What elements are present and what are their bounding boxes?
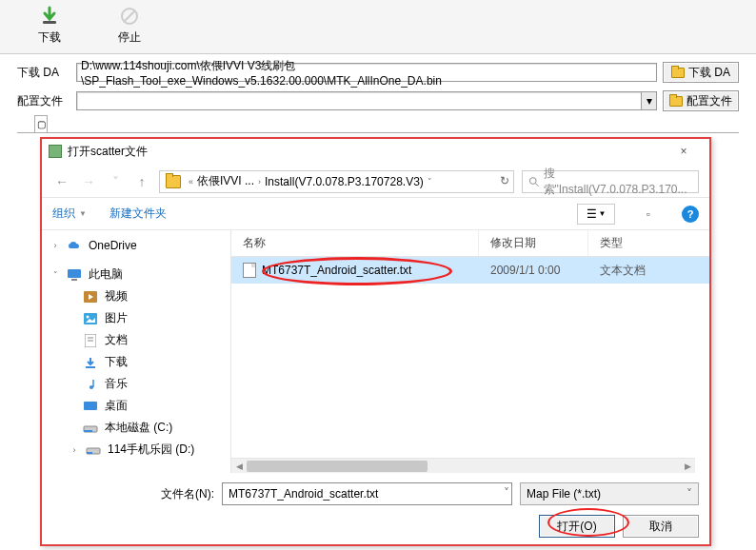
sidebar-label: 114手机乐园 (D:): [108, 442, 194, 458]
sidebar-item-documents[interactable]: 文档: [41, 329, 230, 351]
sidebar-label: OneDrive: [89, 239, 137, 252]
recent-button[interactable]: ˅: [106, 174, 125, 189]
collapse-icon[interactable]: ˅: [50, 270, 60, 280]
scroll-thumb[interactable]: [247, 461, 428, 472]
chevron-down-icon[interactable]: ˅: [424, 177, 436, 187]
scroll-left-icon[interactable]: ◀: [231, 459, 247, 473]
folder-icon: [669, 96, 683, 107]
desktop-icon: [83, 400, 98, 413]
sidebar-item-music[interactable]: 音乐: [41, 373, 230, 395]
tab-item[interactable]: ▢: [34, 115, 48, 132]
cancel-button[interactable]: 取消: [623, 515, 699, 538]
col-type[interactable]: 类型: [588, 230, 710, 256]
cfg-label: 配置文件: [17, 93, 70, 109]
cloud-icon: [67, 239, 82, 252]
sidebar-label: 下载: [105, 354, 128, 370]
svg-point-3: [529, 177, 536, 184]
file-list-header: 名称 修改日期 类型: [231, 230, 710, 257]
dialog-nav: ← → ˅ ↑ « 依偎IVVI ... › Install(V7.0.078.…: [41, 166, 710, 198]
disk-icon: [83, 422, 98, 435]
close-button[interactable]: ×: [665, 139, 703, 164]
scroll-right-icon[interactable]: ▶: [680, 459, 695, 473]
cfg-btn-label: 配置文件: [686, 93, 732, 109]
breadcrumb-prefix: «: [185, 177, 197, 187]
up-button[interactable]: ↑: [132, 174, 151, 189]
open-button[interactable]: 打开(O): [539, 515, 615, 538]
sidebar-item-videos[interactable]: 视频: [41, 285, 230, 307]
download-button[interactable]: 下载: [38, 5, 61, 46]
list-icon: ☰: [587, 207, 597, 221]
breadcrumb-seg-1[interactable]: Install(V7.0.078.P3.170728.V3): [265, 175, 424, 188]
picture-icon: [83, 312, 98, 325]
file-type-cell: 文本文档: [588, 263, 710, 279]
organize-menu[interactable]: 组织▼: [52, 206, 87, 222]
dropdown-icon[interactable]: ▾: [641, 92, 656, 109]
svg-rect-6: [71, 279, 77, 281]
dialog-footer: 文件名(N): MT6737T_Android_scatter.txt ˅ Ma…: [41, 473, 710, 547]
scroll-track[interactable]: [247, 459, 680, 473]
folder-icon: [166, 175, 181, 188]
da-label: 下载 DA: [17, 65, 70, 81]
sidebar-label: 图片: [105, 310, 128, 326]
da-row: 下载 DA D:\www.114shouji.com\依偎IVVI V3线刷包\…: [17, 62, 739, 83]
filter-value: Map File (*.txt): [527, 487, 601, 501]
dialog-icon: [49, 145, 62, 158]
chevron-down-icon[interactable]: ˅: [504, 486, 509, 500]
folder-icon: [671, 68, 685, 78]
music-icon: [83, 378, 98, 391]
da-browse-button[interactable]: 下载 DA: [663, 62, 739, 83]
svg-point-15: [90, 385, 93, 389]
new-folder-button[interactable]: 新建文件夹: [109, 206, 167, 222]
stop-icon: [118, 5, 141, 28]
col-date[interactable]: 修改日期: [479, 230, 588, 256]
da-path-input[interactable]: D:\www.114shouji.com\依偎IVVI V3线刷包\SP_Fla…: [76, 63, 657, 82]
close-icon: ×: [680, 145, 686, 158]
da-btn-label: 下载 DA: [688, 65, 730, 81]
file-name-cell: MT6737T_Android_scatter.txt: [231, 263, 479, 278]
file-row[interactable]: MT6737T_Android_scatter.txt 2009/1/1 0:0…: [231, 257, 710, 284]
chevron-down-icon: ˅: [686, 487, 692, 501]
filename-value: MT6737T_Android_scatter.txt: [229, 487, 378, 501]
search-icon: [528, 176, 540, 187]
cfg-path-input[interactable]: ▾: [76, 91, 657, 110]
stop-button[interactable]: 停止: [118, 5, 141, 46]
forward-button[interactable]: →: [79, 174, 98, 189]
expand-icon[interactable]: ›: [50, 241, 60, 250]
file-list: 名称 修改日期 类型 MT6737T_Android_scatter.txt 2…: [231, 230, 710, 473]
sidebar-item-downloads[interactable]: 下载: [41, 351, 230, 373]
sidebar: › OneDrive ˅ 此电脑 视频 图片 文档 下载 音乐 桌面 本地磁盘 …: [41, 230, 231, 473]
sidebar-label: 文档: [105, 332, 128, 348]
sidebar-label: 桌面: [105, 398, 128, 414]
col-name[interactable]: 名称: [231, 230, 479, 256]
filter-select[interactable]: Map File (*.txt) ˅: [520, 482, 699, 505]
sidebar-label: 音乐: [105, 376, 128, 392]
text-file-icon: [243, 263, 256, 278]
svg-point-10: [87, 315, 90, 318]
breadcrumb[interactable]: « 依偎IVVI ... › Install(V7.0.078.P3.17072…: [159, 170, 514, 193]
cfg-browse-button[interactable]: 配置文件: [663, 90, 739, 111]
back-button[interactable]: ←: [52, 174, 71, 189]
sidebar-item-desktop[interactable]: 桌面: [41, 395, 230, 417]
download-icon: [83, 356, 98, 369]
sidebar-item-onedrive[interactable]: › OneDrive: [41, 234, 230, 256]
sidebar-item-disk-d[interactable]: ›114手机乐园 (D:): [41, 439, 230, 461]
hscrollbar[interactable]: ◀ ▶: [231, 458, 695, 473]
download-label: 下载: [38, 29, 61, 46]
sidebar-item-thispc[interactable]: ˅ 此电脑: [41, 264, 230, 285]
search-input[interactable]: 搜索"Install(V7.0.078.P3.170...: [522, 170, 699, 193]
preview-pane-button[interactable]: ▫: [638, 207, 659, 221]
svg-line-2: [125, 11, 134, 21]
breadcrumb-seg-0[interactable]: 依偎IVVI ...: [197, 173, 254, 189]
document-icon: [83, 334, 98, 347]
filename-input[interactable]: MT6737T_Android_scatter.txt ˅: [222, 482, 512, 505]
view-mode-button[interactable]: ☰▼: [577, 204, 615, 225]
disk-icon: [86, 443, 101, 457]
open-file-dialog: 打开scatter文件 × ← → ˅ ↑ « 依偎IVVI ... › Ins…: [40, 137, 711, 546]
help-button[interactable]: ?: [682, 206, 699, 223]
svg-rect-0: [43, 21, 56, 24]
sidebar-item-disk-c[interactable]: 本地磁盘 (C:): [41, 417, 230, 439]
expand-icon[interactable]: ›: [70, 445, 79, 455]
sidebar-item-pictures[interactable]: 图片: [41, 307, 230, 329]
refresh-button[interactable]: ↻: [500, 174, 509, 187]
main-toolbar: 下载 停止: [0, 0, 756, 54]
